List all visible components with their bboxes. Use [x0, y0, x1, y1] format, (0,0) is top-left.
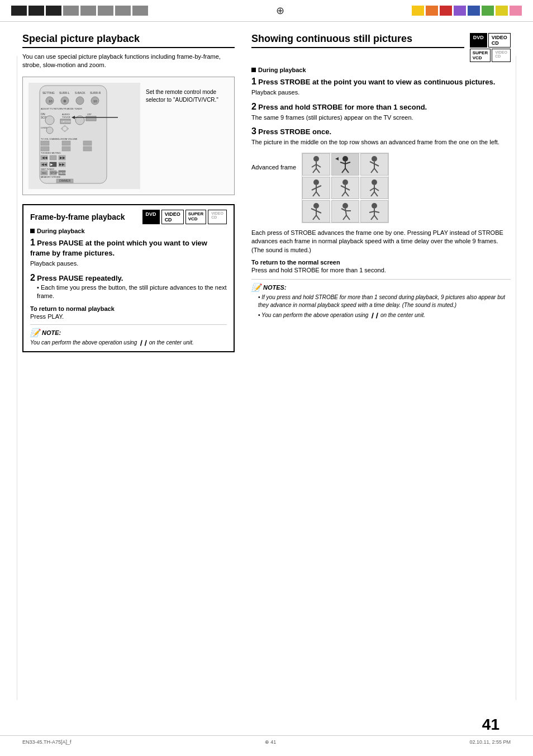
fbf-section: Frame-by-frame playback DVD VIDEOCD SUPE…: [22, 204, 235, 352]
right-badge-vcd: VIDEOCD: [488, 33, 511, 48]
right-badge-vcd2: VIDEOCD: [492, 49, 511, 62]
fbf-step1-sub: Playback pauses.: [30, 259, 227, 268]
frame-figure-1-3: [363, 154, 386, 174]
frame-figure-1-2: [334, 154, 356, 174]
vert-line-right: [516, 56, 516, 700]
right-note2: • You can perform the above operation us…: [258, 311, 511, 319]
fbf-title: Frame-by-frame playback: [30, 212, 125, 221]
svg-line-73: [374, 164, 379, 166]
badges-row2: SUPERVCD VIDEOCD: [470, 49, 511, 62]
svg-text:ADJUST  TV RETURN  FR.MODE  TU: ADJUST TV RETURN FR.MODE TUNER: [41, 107, 82, 110]
svg-line-97: [316, 211, 321, 213]
advanced-frame-section: Advanced frame: [251, 153, 511, 223]
right-badges: DVD VIDEOCD SUPERVCD VIDEOCD: [470, 33, 511, 62]
block-6: [98, 6, 113, 16]
right-notes-box: 📝 NOTES: • If you press and hold STROBE …: [251, 279, 511, 319]
svg-line-92: [371, 192, 374, 196]
svg-line-81: [316, 192, 320, 196]
svg-point-76: [313, 179, 319, 185]
frame-figure-2-1: [305, 178, 327, 197]
svg-line-79: [316, 186, 321, 188]
frame-grid: [302, 153, 389, 223]
remote-box: SETTING SURR-L S-BACK SURR-R 10 ⊕ 10 ADJ…: [22, 77, 235, 195]
svg-line-96: [311, 209, 316, 211]
svg-line-75: [374, 168, 378, 173]
fbf-step2-bullet: • Each time you press the button, the st…: [37, 284, 227, 301]
top-bar: ⊕: [0, 0, 533, 22]
svg-text:SETTING: SETTING: [42, 91, 55, 94]
svg-line-99: [316, 215, 320, 220]
svg-line-93: [374, 192, 378, 196]
right-step2-text: Press and hold STROBE for more than 1 se…: [258, 103, 427, 111]
footer-page-num: 41: [270, 739, 276, 745]
svg-point-94: [313, 203, 319, 209]
svg-line-72: [370, 162, 374, 164]
frame-cell-1-2: [331, 153, 359, 176]
frame-cell-1-1: [302, 153, 330, 176]
remote-svg: SETTING SURR-L S-BACK SURR-R 10 ⊕ 10 ADJ…: [28, 83, 140, 189]
svg-line-80: [313, 192, 316, 196]
color-lime: [496, 6, 508, 16]
svg-line-84: [341, 186, 345, 188]
svg-line-59: [312, 164, 316, 167]
frame-figure-3-3: [363, 201, 386, 221]
svg-text:10: 10: [93, 100, 97, 103]
right-to-return-label: To return to the normal screen: [251, 259, 511, 266]
note-icon: 📝: [30, 328, 40, 337]
svg-rect-31: [41, 147, 49, 151]
svg-line-104: [343, 215, 346, 220]
svg-text:SURR-R: SURR-R: [90, 91, 101, 94]
svg-marker-69: [335, 157, 339, 160]
left-section-title: Special picture playback: [22, 33, 235, 48]
right-column: Showing continuous still pictures DVD VI…: [251, 33, 511, 357]
right-note1: • If you press and hold STROBE for more …: [258, 294, 511, 309]
fbf-step1-number: 1: [30, 238, 35, 247]
frame-cell-3-1: [302, 200, 330, 223]
svg-line-98: [313, 215, 316, 220]
right-bullet-icon: [251, 68, 256, 72]
fbf-note-box: 📝 NOTE: You can perform the above operat…: [30, 324, 227, 347]
frame-figure-3-2: [334, 201, 356, 221]
right-step3-sub: The picture in the middle on the top row…: [251, 138, 511, 147]
vert-line-left: [17, 56, 17, 700]
right-badge-dvd: DVD: [470, 33, 487, 48]
fbf-to-return-text: Press PLAY.: [30, 313, 227, 320]
compass-icon: ⊕: [276, 4, 284, 17]
badges-row1: DVD VIDEOCD: [470, 33, 511, 48]
svg-point-63: [342, 156, 348, 162]
bullet-icon: [30, 229, 35, 233]
block-5: [80, 6, 96, 16]
svg-point-57: [313, 156, 319, 162]
main-content: Special picture playback You can use spe…: [0, 22, 533, 368]
right-section-title: Showing continuous still pictures: [251, 33, 464, 48]
svg-rect-22: [86, 116, 96, 121]
svg-point-9: [76, 97, 84, 105]
color-orange: [426, 6, 438, 16]
svg-text:⊕: ⊕: [63, 99, 66, 103]
svg-line-62: [316, 168, 320, 173]
svg-line-108: [369, 211, 374, 212]
svg-text:▶▶: ▶▶: [60, 156, 65, 159]
advanced-frame-label: Advanced frame: [251, 153, 296, 171]
block-4: [63, 6, 79, 16]
fbf-step1: 1 Press PAUSE at the point which you wan…: [30, 238, 227, 268]
svg-point-70: [372, 156, 377, 162]
svg-text:SKIP     TUNER: SKIP TUNER: [41, 168, 54, 171]
fbf-step2-text: Press PAUSE repeatedly.: [37, 274, 123, 282]
color-pink: [510, 6, 522, 16]
svg-line-87: [345, 192, 349, 196]
right-step3-number: 3: [251, 126, 256, 136]
svg-text:▶: ▶: [50, 163, 53, 166]
svg-line-67: [342, 168, 345, 173]
svg-text:MEMORY       STROBE: MEMORY STROBE: [41, 176, 61, 178]
svg-line-85: [345, 188, 350, 190]
mode-badges: DVD VIDEOCD SUPERVCD VIDEOCD: [142, 210, 227, 224]
svg-rect-32: [62, 147, 70, 151]
right-step1-text: Press STROBE at the point you want to vi…: [258, 78, 495, 86]
svg-text:S-BACK: S-BACK: [75, 91, 85, 94]
svg-line-109: [374, 211, 379, 212]
right-during-playback: During playback: [251, 67, 511, 73]
frame-cell-2-2: [331, 177, 359, 199]
frame-description: Each press of STROBE advances the frame …: [251, 229, 511, 254]
block-2: [28, 6, 44, 16]
